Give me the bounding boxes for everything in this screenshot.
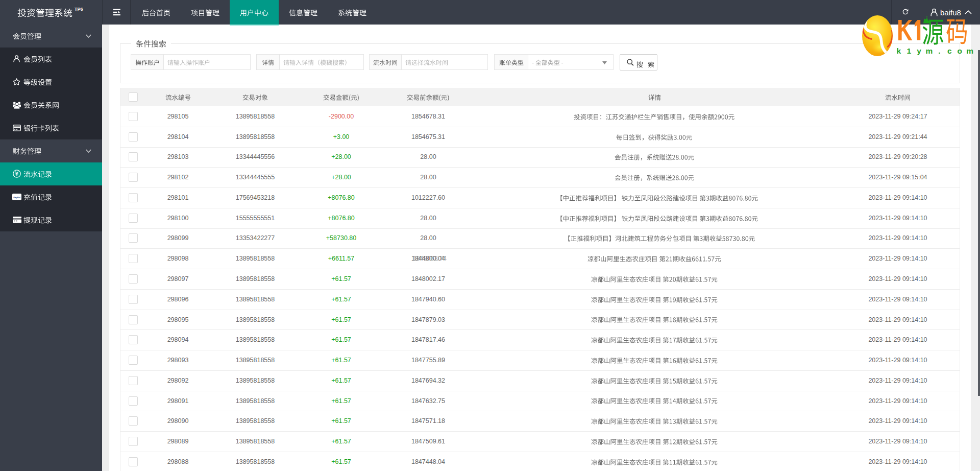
svg-text:PayPal: PayPal [13, 196, 21, 199]
